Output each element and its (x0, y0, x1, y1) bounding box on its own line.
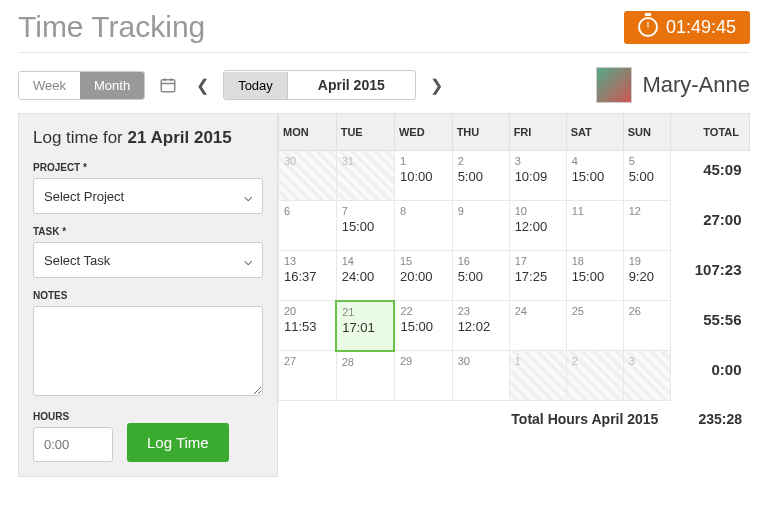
date-picker: Today April 2015 (223, 70, 416, 100)
day-number: 21 (342, 306, 388, 318)
calendar-cell[interactable]: 2215:00 (394, 301, 452, 351)
calendar-cell[interactable]: 2011:53 (279, 301, 337, 351)
day-number: 6 (284, 205, 331, 217)
log-time-button[interactable]: Log Time (127, 423, 229, 462)
day-number: 11 (572, 205, 618, 217)
day-number: 31 (342, 155, 389, 167)
calendar-cell[interactable]: 30 (279, 151, 337, 201)
calendar-icon[interactable] (159, 76, 177, 94)
calendar-cell[interactable]: 6 (279, 201, 337, 251)
day-number: 23 (458, 305, 504, 317)
chevron-down-icon: ⌵ (244, 188, 252, 204)
day-header: SAT (566, 114, 623, 151)
day-number: 7 (342, 205, 389, 217)
day-number: 10 (515, 205, 561, 217)
day-hours: 9:20 (629, 269, 666, 284)
calendar-cell[interactable]: 28 (336, 351, 394, 401)
day-number: 3 (515, 155, 561, 167)
calendar-cell[interactable]: 1316:37 (279, 251, 337, 301)
calendar-cell[interactable]: 1424:00 (336, 251, 394, 301)
day-hours: 5:00 (629, 169, 666, 184)
week-total: 55:56 (671, 301, 750, 351)
prev-arrow[interactable]: ❮ (191, 74, 213, 96)
calendar-cell[interactable]: 715:00 (336, 201, 394, 251)
today-button[interactable]: Today (224, 72, 288, 99)
calendar-cell[interactable]: 1012:00 (509, 201, 566, 251)
calendar-cell[interactable]: 310:09 (509, 151, 566, 201)
calendar-cell[interactable]: 11 (566, 201, 623, 251)
month-button[interactable]: Month (80, 72, 144, 99)
day-number: 16 (458, 255, 504, 267)
day-number: 5 (629, 155, 666, 167)
username: Mary-Anne (642, 72, 750, 98)
calendar-cell[interactable]: 30 (452, 351, 509, 401)
calendar-cell[interactable]: 2117:01 (336, 301, 394, 351)
day-number: 4 (572, 155, 618, 167)
day-hours: 10:09 (515, 169, 561, 184)
calendar-cell[interactable]: 55:00 (623, 151, 671, 201)
day-hours: 12:02 (458, 319, 504, 334)
calendar-cell[interactable]: 3 (623, 351, 671, 401)
day-number: 9 (458, 205, 504, 217)
totals-footer: Total Hours April 2015 235:28 (278, 401, 750, 437)
calendar-cell[interactable]: 110:00 (394, 151, 452, 201)
project-select-value: Select Project (44, 189, 124, 204)
day-number: 3 (629, 355, 666, 367)
calendar-cell[interactable]: 24 (509, 301, 566, 351)
calendar-cell[interactable]: 2312:02 (452, 301, 509, 351)
week-total: 0:00 (671, 351, 750, 401)
notes-field[interactable] (33, 306, 263, 396)
calendar-cell[interactable]: 12 (623, 201, 671, 251)
task-select[interactable]: Select Task ⌵ (33, 242, 263, 278)
day-header: TUE (336, 114, 394, 151)
timer-badge[interactable]: 01:49:45 (624, 11, 750, 44)
day-number: 30 (284, 155, 331, 167)
day-number: 29 (400, 355, 447, 367)
svg-rect-0 (161, 80, 175, 92)
day-number: 14 (342, 255, 389, 267)
day-hours: 17:01 (342, 320, 388, 335)
footer-total: 235:28 (698, 411, 742, 427)
calendar-cell[interactable]: 1717:25 (509, 251, 566, 301)
calendar-cell[interactable]: 1520:00 (394, 251, 452, 301)
view-toggle: Week Month (18, 71, 145, 100)
day-number: 1 (515, 355, 561, 367)
day-hours: 24:00 (342, 269, 389, 284)
day-hours: 5:00 (458, 269, 504, 284)
task-label: TASK * (33, 226, 263, 237)
calendar-cell[interactable]: 2 (566, 351, 623, 401)
task-select-value: Select Task (44, 253, 110, 268)
calendar-cell[interactable]: 1 (509, 351, 566, 401)
user-block[interactable]: Mary-Anne (596, 67, 750, 103)
day-header: SUN (623, 114, 671, 151)
calendar-cell[interactable]: 25:00 (452, 151, 509, 201)
calendar-cell[interactable]: 26 (623, 301, 671, 351)
calendar-cell[interactable]: 165:00 (452, 251, 509, 301)
chevron-down-icon: ⌵ (244, 252, 252, 268)
project-select[interactable]: Select Project ⌵ (33, 178, 263, 214)
page-title: Time Tracking (18, 10, 205, 44)
calendar: MONTUEWEDTHUFRISATSUNTOTAL3031110:0025:0… (278, 113, 750, 477)
week-total: 45:09 (671, 151, 750, 201)
calendar-cell[interactable]: 8 (394, 201, 452, 251)
calendar-cell[interactable]: 31 (336, 151, 394, 201)
calendar-cell[interactable]: 415:00 (566, 151, 623, 201)
calendar-cell[interactable]: 25 (566, 301, 623, 351)
day-number: 19 (629, 255, 666, 267)
hours-input[interactable] (33, 427, 113, 462)
day-hours: 15:00 (342, 219, 389, 234)
current-period[interactable]: April 2015 (288, 71, 415, 99)
calendar-cell[interactable]: 199:20 (623, 251, 671, 301)
day-number: 2 (458, 155, 504, 167)
next-arrow[interactable]: ❯ (426, 74, 448, 96)
calendar-cell[interactable]: 29 (394, 351, 452, 401)
day-number: 20 (284, 305, 330, 317)
sidebar-title-date: 21 April 2015 (128, 128, 232, 147)
week-button[interactable]: Week (19, 72, 80, 99)
calendar-cell[interactable]: 1815:00 (566, 251, 623, 301)
notes-label: NOTES (33, 290, 263, 301)
calendar-cell[interactable]: 9 (452, 201, 509, 251)
calendar-cell[interactable]: 27 (279, 351, 337, 401)
day-number: 28 (342, 356, 389, 368)
sidebar-title-prefix: Log time for (33, 128, 128, 147)
